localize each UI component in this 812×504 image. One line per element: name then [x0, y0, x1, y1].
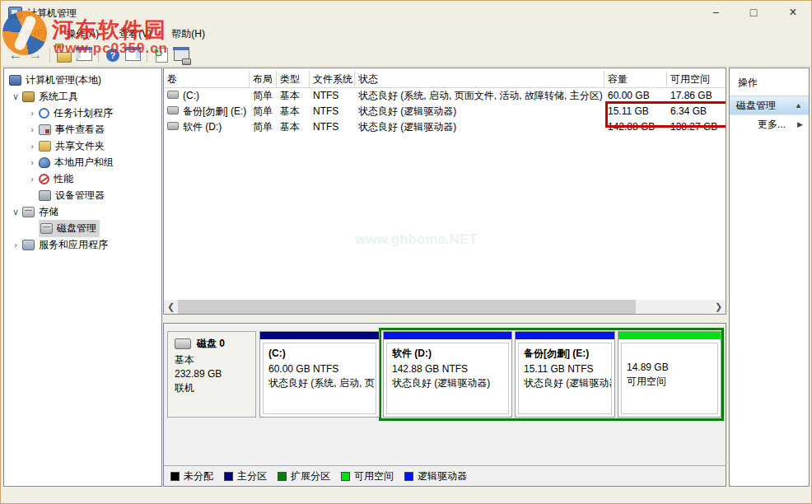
tree-item-computer-management[interactable]: 计算机管理(本地): [4, 72, 161, 88]
menu-file[interactable]: 文件(F): [7, 25, 53, 44]
back-icon[interactable]: [7, 47, 24, 63]
partition-free-space[interactable]: 14.89 GB 可用空间: [618, 331, 721, 418]
maximize-button[interactable]: □: [735, 1, 772, 24]
scroll-left-icon[interactable]: ❮: [164, 300, 178, 314]
legend-extended-partition: 扩展分区: [278, 469, 330, 483]
tree-item-label: 服务和应用程序: [39, 238, 108, 252]
volume-icon: [167, 106, 179, 114]
legend-bar: 未分配 主分区 扩展分区 可用空间 逻辑驱动器: [164, 465, 726, 486]
partition-status: 状态良好 (系统, 启动, 页: [268, 376, 376, 390]
legend-label: 主分区: [237, 469, 267, 483]
partition-color-bar: [384, 332, 511, 339]
volume-list-panel: 卷 布局 类型 文件系统 状态 容量 可用空间 (C:) 简单 基本 NTFS …: [163, 68, 726, 315]
menu-help[interactable]: 帮助(H): [165, 25, 212, 44]
tree-item-label: 事件查看器: [55, 123, 105, 137]
col-layout[interactable]: 布局: [250, 71, 277, 87]
tree-item-shared-folders[interactable]: › 共享文件夹: [4, 138, 161, 154]
menu-action[interactable]: 操作(A): [59, 25, 105, 44]
actions-more-item[interactable]: 更多... ▶: [730, 115, 809, 133]
system-tools-icon: [22, 91, 35, 102]
selected-tree-item: 磁盘管理: [39, 220, 100, 237]
console-window-icon[interactable]: [77, 49, 92, 61]
partition-status: 状态良好 (逻辑驱动器: [524, 376, 611, 390]
chevron-right-icon[interactable]: ›: [26, 174, 39, 184]
partition-d[interactable]: 软件 (D:) 142.88 GB NTFS 状态良好 (逻辑驱动器): [383, 331, 512, 418]
col-status[interactable]: 状态: [355, 71, 604, 87]
computer-management-window: 计算机管理 − □ × 文件(F) 操作(A) 查看(V) 帮助(H) 计算机管…: [0, 0, 812, 504]
col-volume[interactable]: 卷: [164, 71, 250, 87]
tree-item-label: 共享文件夹: [55, 139, 105, 153]
minimize-button[interactable]: −: [698, 1, 734, 24]
tree-item-performance[interactable]: › 性能: [4, 170, 161, 187]
tree-item-local-users-groups[interactable]: › 本地用户和组: [4, 154, 161, 170]
disk-graphical-view: 磁盘 0 基本 232.89 GB 联机 (C:) 60.00 GB NTFS …: [163, 323, 726, 487]
tree-item-label: 任务计划程序: [54, 106, 113, 120]
horizontal-scrollbar[interactable]: ❮ ❯: [164, 300, 726, 314]
volume-name: 备份[勿删] (E:): [183, 105, 246, 117]
partition-name: 软件 (D:): [392, 347, 508, 361]
volume-icon: [167, 91, 179, 99]
tree-item-system-tools[interactable]: ∨ 系统工具: [4, 88, 161, 105]
partition-name: [627, 347, 717, 359]
more-actions-label: 更多...: [758, 118, 786, 132]
chevron-down-icon[interactable]: ∨: [9, 207, 22, 217]
device-manager-icon: [39, 190, 51, 201]
partition-color-bar: [516, 332, 614, 339]
actions-group-disk-management[interactable]: 磁盘管理 ▲: [730, 96, 809, 115]
toolbar: [1, 44, 811, 67]
chevron-right-icon[interactable]: ›: [26, 124, 39, 134]
menu-view[interactable]: 查看(V): [112, 25, 158, 44]
export-folder-icon[interactable]: [57, 52, 72, 63]
collapse-arrow-icon[interactable]: ▲: [795, 101, 802, 110]
tree-item-device-manager[interactable]: 设备管理器: [4, 187, 161, 203]
disk0-label-block[interactable]: 磁盘 0 基本 232.89 GB 联机: [167, 331, 256, 418]
col-filesystem[interactable]: 文件系统: [310, 71, 355, 87]
volume-fs: NTFS: [310, 104, 355, 119]
close-button[interactable]: ×: [775, 1, 811, 24]
actions-group-label: 磁盘管理: [736, 99, 776, 113]
chevron-right-icon[interactable]: ›: [26, 141, 39, 151]
toolbar-separator: [49, 48, 50, 63]
shared-folders-icon: [39, 141, 51, 152]
tree-item-label: 存储: [39, 205, 58, 219]
local-users-groups-icon: [39, 157, 50, 168]
scroll-right-icon[interactable]: ❯: [712, 300, 726, 314]
volume-icon: [167, 122, 179, 130]
tree-item-label: 磁盘管理: [57, 222, 96, 236]
refresh-icon[interactable]: [156, 48, 168, 63]
help-icon[interactable]: [106, 49, 119, 62]
forward-icon[interactable]: [27, 47, 44, 63]
event-viewer-icon: [39, 124, 51, 135]
partition-color-bar: [618, 332, 721, 339]
volume-layout: 简单: [250, 88, 277, 104]
col-free-space[interactable]: 可用空间: [667, 71, 723, 87]
menu-bar: 文件(F) 操作(A) 查看(V) 帮助(H): [1, 24, 811, 44]
console-tree-icon[interactable]: [125, 49, 141, 61]
tree-item-event-viewer[interactable]: › 事件查看器: [4, 121, 161, 138]
col-type[interactable]: 类型: [277, 71, 310, 87]
storage-icon: [22, 207, 35, 217]
col-capacity[interactable]: 容量: [604, 71, 667, 87]
disk-properties-icon[interactable]: [174, 49, 189, 61]
tree-item-task-scheduler[interactable]: › 任务计划程序: [4, 105, 161, 121]
tree-item-label: 设备管理器: [55, 189, 105, 203]
disk-size: 232.89 GB: [175, 367, 255, 381]
volume-type: 基本: [277, 104, 310, 119]
submenu-arrow-icon[interactable]: ▶: [797, 120, 803, 128]
volume-name: (C:): [183, 90, 199, 101]
volume-name: 软件 (D:): [183, 121, 222, 133]
legend-label: 逻辑驱动器: [418, 469, 467, 483]
partition-c[interactable]: (C:) 60.00 GB NTFS 状态良好 (系统, 启动, 页: [259, 331, 380, 418]
tree-item-disk-management[interactable]: 磁盘管理: [4, 220, 161, 236]
tree-item-storage[interactable]: ∨ 存储: [4, 203, 161, 220]
volume-table-header: 卷 布局 类型 文件系统 状态 容量 可用空间: [164, 71, 726, 88]
chevron-down-icon[interactable]: ∨: [9, 91, 22, 102]
window-title: 计算机管理: [27, 7, 77, 21]
chevron-right-icon[interactable]: ›: [9, 240, 22, 250]
chevron-right-icon[interactable]: ›: [26, 108, 39, 118]
disk-management-icon: [40, 223, 53, 234]
partition-e[interactable]: 备份[勿删] (E:) 15.11 GB NTFS 状态良好 (逻辑驱动器: [515, 331, 615, 418]
tree-item-services-applications[interactable]: › 服务和应用程序: [4, 236, 161, 253]
chevron-right-icon[interactable]: ›: [26, 157, 39, 167]
scrollbar-thumb[interactable]: [178, 300, 636, 314]
